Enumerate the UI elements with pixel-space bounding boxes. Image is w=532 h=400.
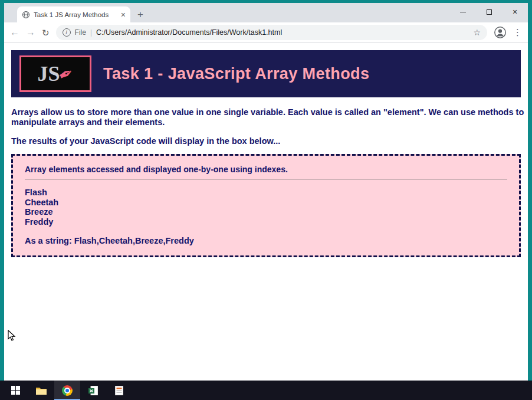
page-banner: JS ✒ Task 1 - JavaScript Array Methods	[11, 50, 521, 97]
page-title: Task 1 - JavaScript Array Methods	[103, 65, 369, 83]
address-bar[interactable]: i File | C:/Users/Administrator/Document…	[56, 25, 487, 40]
taskbar	[0, 381, 532, 400]
mouse-cursor	[8, 330, 16, 344]
array-item: Cheetah	[25, 198, 507, 208]
output-heading: Array elements accessed and displayed on…	[25, 165, 507, 174]
tab-task1[interactable]: Task 1 JS Array Methods ×	[17, 6, 130, 22]
browser-window: Task 1 JS Array Methods × + × ← → ↻ i Fi…	[4, 3, 528, 381]
refresh-icon[interactable]: ↻	[42, 28, 50, 37]
browser-menu-icon[interactable]: ⋮	[513, 27, 522, 38]
window-controls: ×	[450, 3, 528, 21]
document-icon	[115, 386, 123, 395]
url-text: C:/Users/Administrator/Documents/Files/W…	[96, 28, 469, 37]
spreadsheet-app-button[interactable]	[80, 381, 106, 400]
profile-avatar-icon[interactable]	[494, 26, 507, 39]
spreadsheet-icon	[88, 386, 98, 395]
array-string-line: As a string: Flash,Cheetah,Breeze,Freddy	[25, 236, 507, 245]
close-button[interactable]: ×	[502, 3, 528, 21]
browser-toolbar: ← → ↻ i File | C:/Users/Administrator/Do…	[4, 22, 528, 43]
document-app-button[interactable]	[106, 381, 132, 400]
bookmark-star-icon[interactable]: ☆	[473, 28, 481, 37]
maximize-icon	[487, 9, 492, 15]
new-tab-button[interactable]: +	[137, 9, 143, 19]
back-icon[interactable]: ←	[10, 28, 19, 37]
address-divider: |	[90, 28, 92, 37]
page-content: JS ✒ Task 1 - JavaScript Array Methods A…	[4, 43, 528, 381]
tab-strip: Task 1 JS Array Methods × + ×	[4, 3, 528, 22]
forward-icon[interactable]: →	[26, 28, 35, 37]
array-items: Flash Cheetah Breeze Freddy	[25, 188, 507, 227]
output-box: Array elements accessed and displayed on…	[11, 154, 521, 257]
file-explorer-button[interactable]	[28, 381, 54, 400]
scheme-label: File	[75, 28, 86, 37]
array-item: Freddy	[25, 217, 507, 227]
maximize-button[interactable]	[476, 3, 502, 21]
windows-logo-icon	[11, 386, 20, 395]
output-divider	[25, 179, 507, 180]
array-item: Breeze	[25, 207, 507, 217]
folder-icon	[36, 386, 47, 395]
minimize-button[interactable]	[450, 3, 476, 21]
globe-icon	[22, 11, 30, 19]
js-logo: JS ✒	[19, 55, 91, 92]
note-paragraph: The results of your JavaScript code will…	[11, 136, 521, 146]
info-icon[interactable]: i	[63, 28, 71, 37]
tab-close-icon[interactable]: ×	[121, 11, 126, 19]
array-item: Flash	[25, 188, 507, 198]
chrome-icon	[62, 385, 73, 396]
start-button[interactable]	[2, 381, 28, 400]
tab-title: Task 1 JS Array Methods	[34, 11, 117, 18]
intro-paragraph: Arrays allow us to store more than one v…	[11, 107, 527, 127]
minimize-icon	[460, 12, 466, 12]
chrome-taskbar-button[interactable]	[54, 381, 80, 400]
js-logo-text: JS	[37, 61, 60, 86]
